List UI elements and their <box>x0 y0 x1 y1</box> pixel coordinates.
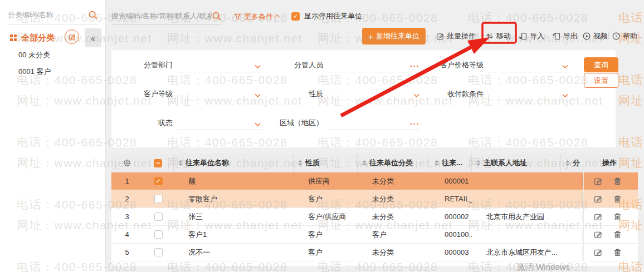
edit-row-button[interactable] <box>594 177 602 185</box>
category-sidebar: 分类编码/名称 全部分类 « 00 未分类 0001 客户 <box>0 0 106 272</box>
column-label: 性质 <box>305 158 320 168</box>
sidebar-item-category-0[interactable]: 00 未分类 <box>18 50 50 60</box>
show-disabled-checkbox[interactable] <box>291 12 300 21</box>
sort-icon[interactable] <box>476 160 481 166</box>
search-icon[interactable] <box>88 10 98 20</box>
row-checkbox[interactable] <box>154 230 163 239</box>
chevron-down-icon[interactable] <box>562 93 568 98</box>
add-partner-label: 新增往来单位 <box>376 31 419 41</box>
more-conditions-button[interactable]: 更多条件 <box>234 12 280 22</box>
row-checkbox[interactable] <box>154 177 163 185</box>
region-picker[interactable]: ··· <box>328 117 421 130</box>
watermark-text: 电话：400-665-0028 <box>618 10 644 26</box>
batch-actions-button[interactable]: 批量操作 <box>436 28 476 44</box>
column-header-address[interactable]: 主联系人地址 <box>472 154 561 172</box>
table-row[interactable]: 5 况不一 客户 未分类 000003 北京市东城区用友产... <box>111 244 638 261</box>
row-number: 3 <box>111 208 143 225</box>
table-row[interactable]: 3 张三 客户/供应商 未分类 000002 北京市用友产业园 <box>111 208 638 226</box>
main-search-input[interactable]: 搜索编码/名称/简称/联系人/联系 <box>111 8 222 24</box>
more-conditions-label: 更多条件 <box>244 12 273 22</box>
show-disabled-toggle[interactable]: 显示停用往来单位 <box>291 11 362 21</box>
edit-row-button[interactable] <box>594 212 602 221</box>
play-circle-icon <box>583 32 591 40</box>
category-search-input[interactable]: 分类编码/名称 <box>8 6 98 24</box>
cell-code: 000003 <box>430 244 472 261</box>
row-checkbox-cell[interactable] <box>143 208 174 225</box>
delete-row-button[interactable] <box>613 195 622 203</box>
table-row[interactable]: 2 零散客户 客户 未分类 RETAIL_... <box>111 190 638 208</box>
column-header-truncated[interactable]: 分 <box>561 154 583 172</box>
more-icon[interactable]: ··· <box>410 121 419 127</box>
import-label: 导入 <box>530 31 544 41</box>
status-select[interactable] <box>177 117 262 130</box>
all-categories-row[interactable]: 全部分类 « <box>0 28 106 48</box>
collapse-sidebar-button[interactable]: « <box>85 28 101 47</box>
delete-row-button[interactable] <box>613 212 622 221</box>
column-header-category[interactable]: 往来单位分类 <box>358 154 430 172</box>
filter-field-nature: 性质 <box>271 88 421 101</box>
import-button[interactable]: 导入 <box>519 28 544 44</box>
nature-select[interactable] <box>328 88 421 101</box>
row-checkbox-cell[interactable] <box>143 244 174 261</box>
chevron-down-icon[interactable] <box>255 122 261 127</box>
row-checkbox[interactable] <box>154 212 163 221</box>
cell-actions <box>583 208 631 225</box>
more-icon[interactable]: ··· <box>410 63 419 69</box>
chevron-down-icon[interactable] <box>562 65 568 69</box>
column-header-nature[interactable]: 性质 <box>294 154 358 172</box>
column-label: 往来... <box>442 158 462 168</box>
column-header-code[interactable]: 往来... <box>430 154 472 172</box>
sort-icon[interactable] <box>565 160 570 166</box>
cell-address <box>472 226 561 243</box>
row-checkbox[interactable] <box>154 248 163 256</box>
price-level-select[interactable] <box>488 59 569 72</box>
filter-field-region: 区域（地区） ··· <box>271 117 421 130</box>
department-select[interactable] <box>177 59 262 72</box>
watermark-text: 网址：www.chanjet.net <box>167 31 303 46</box>
column-header-name[interactable]: 往来单位名称 <box>174 154 294 172</box>
cell-category: 未分类 <box>358 244 430 261</box>
row-checkbox-cell[interactable] <box>143 190 174 207</box>
move-label: 移动 <box>496 31 511 41</box>
query-button[interactable]: 查询 <box>584 57 618 72</box>
delete-row-button[interactable] <box>613 177 622 185</box>
row-checkbox-cell[interactable] <box>143 172 174 190</box>
cell-category: 未分类 <box>358 208 430 225</box>
edit-category-button[interactable] <box>65 29 79 44</box>
table-row[interactable]: 1 额 供应商 未分类 000001 <box>111 172 638 190</box>
table-row[interactable]: 4 客户1 客户 客户 000100... <box>111 226 638 244</box>
chevron-down-icon[interactable] <box>255 93 261 98</box>
chevron-up-icon <box>274 14 280 21</box>
payment-terms-select[interactable] <box>488 88 569 101</box>
row-checkbox-cell[interactable] <box>143 226 174 243</box>
export-button[interactable]: 导出 <box>553 28 578 44</box>
customer-level-select[interactable] <box>177 88 262 101</box>
row-checkbox[interactable] <box>154 195 163 203</box>
add-partner-button[interactable]: + 新增往来单位 <box>362 28 426 44</box>
person-picker[interactable]: ··· <box>328 59 421 72</box>
export-label: 导出 <box>563 31 578 41</box>
chevron-down-icon[interactable] <box>413 93 419 98</box>
settings-button[interactable]: 设置 <box>584 73 618 88</box>
select-all-checkbox[interactable] <box>154 159 162 167</box>
edit-row-button[interactable] <box>594 248 602 256</box>
delete-row-button[interactable] <box>613 230 622 239</box>
chevron-down-icon[interactable] <box>255 65 261 69</box>
sort-icon[interactable] <box>362 160 367 166</box>
filter-label: 客户价格等级 <box>425 60 484 72</box>
edit-row-button[interactable] <box>594 230 602 239</box>
sort-icon[interactable] <box>435 160 439 166</box>
filter-field-department: 分管部门 <box>116 59 262 72</box>
video-button[interactable]: 视频 <box>583 28 608 44</box>
sidebar-item-category-1[interactable]: 0001 客户 <box>18 67 51 77</box>
column-settings-button[interactable] <box>111 154 143 172</box>
select-all-checkbox-cell[interactable] <box>143 154 174 172</box>
sort-icon[interactable] <box>178 160 183 166</box>
move-button[interactable]: 移动 <box>486 28 511 44</box>
delete-row-button[interactable] <box>613 248 622 256</box>
edit-row-button[interactable] <box>594 195 602 203</box>
cell-name: 零散客户 <box>174 190 294 207</box>
search-icon[interactable] <box>212 11 222 21</box>
help-button[interactable]: ? 帮助 <box>612 28 637 44</box>
sort-icon[interactable] <box>298 160 303 166</box>
